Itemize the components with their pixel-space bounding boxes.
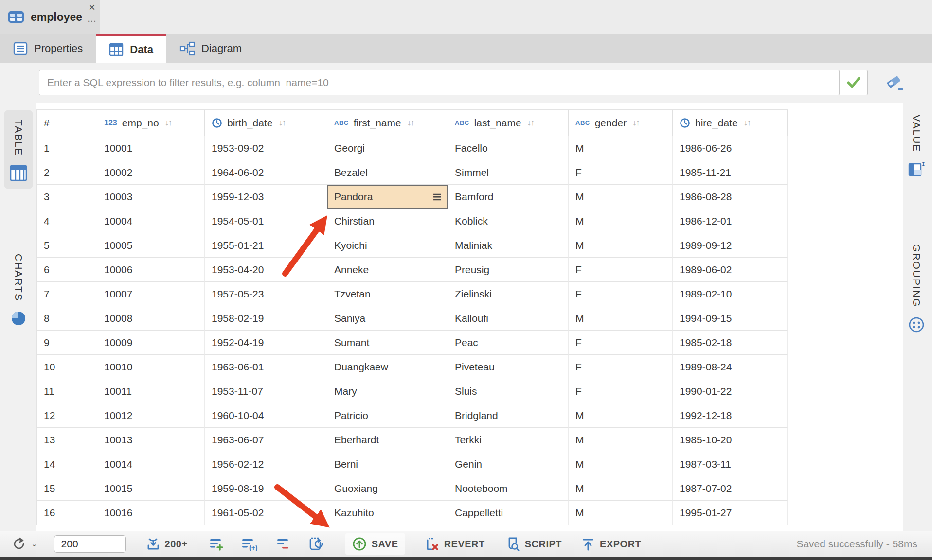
- cell-last_name[interactable]: Nooteboom: [448, 476, 569, 501]
- cell-last_name[interactable]: Facello: [448, 136, 569, 160]
- fetch-next-page-button[interactable]: 200+: [146, 537, 188, 551]
- cell-gender[interactable]: F: [569, 160, 673, 185]
- sql-filter-input[interactable]: [39, 70, 840, 95]
- close-icon[interactable]: ×: [89, 1, 95, 14]
- cell-hire_date[interactable]: 1986-06-26: [673, 136, 788, 160]
- sort-icon[interactable]: ↓↑: [165, 118, 172, 128]
- cell-birth_date[interactable]: 1963-06-01: [205, 355, 327, 379]
- cell-gender[interactable]: F: [569, 379, 673, 403]
- delete-row-button[interactable]: [276, 537, 291, 551]
- cell-gender[interactable]: M: [569, 428, 673, 452]
- column-header-hire_date[interactable]: hire_date↓↑: [673, 110, 788, 136]
- cell-hire_date[interactable]: 1994-09-15: [673, 306, 788, 331]
- cell-hire_date[interactable]: 1987-03-11: [673, 452, 788, 476]
- cell-first_name[interactable]: Patricio: [327, 403, 448, 428]
- cell-birth_date[interactable]: 1952-04-19: [205, 331, 327, 355]
- cell-first_name[interactable]: Kyoichi: [327, 233, 448, 258]
- cell-last_name[interactable]: Cappelletti: [448, 501, 569, 525]
- cell-gender[interactable]: F: [569, 331, 673, 355]
- sort-icon[interactable]: ↓↑: [527, 118, 534, 128]
- column-header-rownum[interactable]: #: [37, 110, 97, 136]
- cell-first_name[interactable]: Bezalel: [327, 160, 448, 185]
- cell-emp_no[interactable]: 10006: [97, 258, 205, 282]
- cell-emp_no[interactable]: 10016: [97, 501, 205, 525]
- tab-properties[interactable]: Properties: [0, 34, 96, 63]
- panel-tab-value[interactable]: VALUE I: [903, 110, 930, 182]
- cell-last_name[interactable]: Kalloufi: [448, 306, 569, 331]
- cell-last_name[interactable]: Zielinski: [448, 282, 569, 306]
- cell-hire_date[interactable]: 1989-08-24: [673, 355, 788, 379]
- column-header-last_name[interactable]: ABClast_name↓↑: [448, 110, 569, 136]
- cell-gender[interactable]: M: [569, 306, 673, 331]
- cell-first_name[interactable]: Duangkaew: [327, 355, 448, 379]
- cell-emp_no[interactable]: 10001: [97, 136, 205, 160]
- cell-hire_date[interactable]: 1985-10-20: [673, 428, 788, 452]
- cell-birth_date[interactable]: 1955-01-21: [205, 233, 327, 258]
- export-button[interactable]: EXPORT: [581, 537, 641, 551]
- cell-gender[interactable]: M: [569, 136, 673, 160]
- cell-birth_date[interactable]: 1956-02-12: [205, 452, 327, 476]
- row-number-cell[interactable]: 6: [37, 258, 97, 282]
- cell-emp_no[interactable]: 10004: [97, 209, 205, 233]
- tab-data[interactable]: Data: [96, 34, 166, 63]
- cell-gender[interactable]: F: [569, 258, 673, 282]
- cell-birth_date[interactable]: 1964-06-02: [205, 160, 327, 185]
- duplicate-row-button[interactable]: (+): [241, 537, 259, 551]
- sort-icon[interactable]: ↓↑: [407, 118, 414, 128]
- tab-overflow-icon[interactable]: …: [87, 14, 97, 23]
- cell-hire_date[interactable]: 1989-02-10: [673, 282, 788, 306]
- column-header-gender[interactable]: ABCgender↓↑: [569, 110, 673, 136]
- cell-emp_no[interactable]: 10005: [97, 233, 205, 258]
- cell-last_name[interactable]: Terkki: [448, 428, 569, 452]
- cell-hire_date[interactable]: 1995-01-27: [673, 501, 788, 525]
- sort-icon[interactable]: ↓↑: [744, 118, 751, 128]
- cell-hire_date[interactable]: 1986-08-28: [673, 185, 788, 209]
- cell-birth_date[interactable]: 1959-12-03: [205, 185, 327, 209]
- cell-emp_no[interactable]: 10007: [97, 282, 205, 306]
- cell-hire_date[interactable]: 1989-09-12: [673, 233, 788, 258]
- cell-gender[interactable]: M: [569, 452, 673, 476]
- chevron-down-icon[interactable]: ⌄: [31, 540, 37, 548]
- cell-first_name[interactable]: Georgi: [327, 136, 448, 160]
- cell-first_name[interactable]: Sumant: [327, 331, 448, 355]
- cell-hire_date[interactable]: 1992-12-18: [673, 403, 788, 428]
- cell-emp_no[interactable]: 10009: [97, 331, 205, 355]
- cell-hire_date[interactable]: 1990-01-22: [673, 379, 788, 403]
- cell-emp_no[interactable]: 10015: [97, 476, 205, 501]
- cell-last_name[interactable]: Sluis: [448, 379, 569, 403]
- cell-first_name[interactable]: Pandora≡: [327, 185, 448, 209]
- cell-first_name[interactable]: Anneke: [327, 258, 448, 282]
- cell-first_name[interactable]: Berni: [327, 452, 448, 476]
- row-number-cell[interactable]: 12: [37, 403, 97, 428]
- cell-gender[interactable]: M: [569, 185, 673, 209]
- row-number-cell[interactable]: 15: [37, 476, 97, 501]
- sort-icon[interactable]: ↓↑: [632, 118, 639, 128]
- cell-birth_date[interactable]: 1957-05-23: [205, 282, 327, 306]
- column-header-emp_no[interactable]: 123emp_no↓↑: [97, 110, 205, 136]
- cell-birth_date[interactable]: 1961-05-02: [205, 501, 327, 525]
- script-button[interactable]: SCRIPT: [504, 537, 562, 551]
- cell-birth_date[interactable]: 1963-06-07: [205, 428, 327, 452]
- row-number-cell[interactable]: 10: [37, 355, 97, 379]
- row-number-cell[interactable]: 3: [37, 185, 97, 209]
- save-button[interactable]: SAVE: [345, 533, 405, 555]
- row-number-cell[interactable]: 1: [37, 136, 97, 160]
- cell-hire_date[interactable]: 1985-02-18: [673, 331, 788, 355]
- cell-first_name[interactable]: Guoxiang: [327, 476, 448, 501]
- cell-emp_no[interactable]: 10002: [97, 160, 205, 185]
- cell-gender[interactable]: F: [569, 282, 673, 306]
- column-header-birth_date[interactable]: birth_date↓↑: [205, 110, 327, 136]
- cell-first_name[interactable]: Mary: [327, 379, 448, 403]
- row-number-cell[interactable]: 4: [37, 209, 97, 233]
- cell-hire_date[interactable]: 1987-07-02: [673, 476, 788, 501]
- cell-emp_no[interactable]: 10012: [97, 403, 205, 428]
- apply-filter-button[interactable]: [840, 70, 868, 95]
- row-number-cell[interactable]: 7: [37, 282, 97, 306]
- panel-tab-charts[interactable]: CHARTS: [4, 249, 33, 332]
- cell-emp_no[interactable]: 10013: [97, 428, 205, 452]
- cell-emp_no[interactable]: 10003: [97, 185, 205, 209]
- row-number-cell[interactable]: 5: [37, 233, 97, 258]
- cell-last_name[interactable]: Koblick: [448, 209, 569, 233]
- cell-last_name[interactable]: Peac: [448, 331, 569, 355]
- cell-last_name[interactable]: Maliniak: [448, 233, 569, 258]
